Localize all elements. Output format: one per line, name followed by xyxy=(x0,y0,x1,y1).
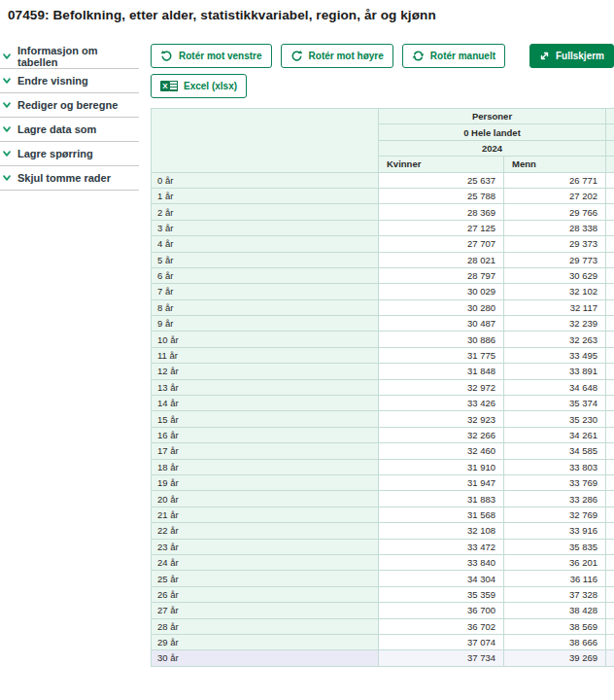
table-row: 3 år 27 125 28 338 xyxy=(152,220,614,235)
menn-value-cell: 26 771 xyxy=(504,172,606,188)
sidebar-item-label: Lagre data som xyxy=(17,123,96,135)
kvinner-value-cell: 31 947 xyxy=(379,474,504,490)
row-spacer-cell xyxy=(606,396,614,411)
sidebar-item-label: Lagre spørring xyxy=(17,148,93,159)
table-row: 21 år 31 568 32 769 xyxy=(152,507,614,522)
menn-value-cell: 38 569 xyxy=(504,618,606,634)
menn-value-cell: 34 585 xyxy=(504,443,606,459)
kvinner-value-cell: 36 702 xyxy=(379,618,504,634)
table-row: 16 år 32 266 34 261 xyxy=(152,427,614,442)
row-label-cell: 25 år xyxy=(152,571,379,586)
row-spacer-cell xyxy=(606,299,614,315)
menn-value-cell: 33 286 xyxy=(504,491,606,507)
kvinner-value-cell: 37 074 xyxy=(379,634,504,649)
menn-value-cell: 38 666 xyxy=(504,634,606,649)
table-row: 5 år 28 021 29 773 xyxy=(152,252,614,267)
chevron-down-icon xyxy=(2,124,12,134)
row-label-cell: 15 år xyxy=(152,411,379,427)
row-spacer-cell xyxy=(606,347,614,363)
table-row: 30 år 37 734 39 269 xyxy=(152,650,614,666)
row-spacer-cell xyxy=(606,634,614,649)
kvinner-value-cell: 30 886 xyxy=(379,332,504,347)
kvinner-value-cell: 33 426 xyxy=(379,396,504,411)
header-menn: Menn xyxy=(504,157,606,172)
row-spacer-cell xyxy=(606,586,614,602)
row-spacer-cell xyxy=(606,523,614,539)
header-spacer xyxy=(606,109,614,124)
header-spacer xyxy=(606,140,614,156)
fullscreen-icon xyxy=(539,51,550,61)
row-label-cell: 0 år xyxy=(152,172,379,188)
menn-value-cell: 33 495 xyxy=(504,347,606,363)
table-body: 0 år 25 637 26 771 1 år 25 788 27 202 2 … xyxy=(152,172,614,666)
table-row: 24 år 33 840 36 201 xyxy=(152,554,614,570)
row-label-cell: 16 år xyxy=(152,427,379,442)
menn-value-cell: 33 803 xyxy=(504,459,606,474)
header-spacer xyxy=(606,124,614,140)
row-label-cell: 23 år xyxy=(152,539,379,554)
row-label-cell: 28 år xyxy=(152,618,379,634)
chevron-down-icon xyxy=(2,149,12,158)
row-spacer-cell xyxy=(606,650,614,666)
menn-value-cell: 32 239 xyxy=(504,316,606,332)
header-region: 0 Hele landet xyxy=(379,124,606,140)
header-statistic: Personer xyxy=(379,109,606,124)
row-spacer-cell xyxy=(606,507,614,522)
kvinner-value-cell: 37 734 xyxy=(379,650,504,666)
rotate-left-button[interactable]: Rotér mot venstre xyxy=(151,44,272,68)
menn-value-cell: 28 338 xyxy=(504,220,606,235)
rotate-manual-icon xyxy=(412,50,425,62)
table-row: 20 år 31 883 33 286 xyxy=(152,491,614,507)
sidebar-item-informasjon-om-tabellen[interactable]: Informasjon om tabellen xyxy=(0,45,139,69)
kvinner-value-cell: 30 029 xyxy=(379,284,504,299)
data-table: Personer 0 Hele landet 2024 Kvinner Menn xyxy=(151,108,614,667)
table-row: 11 år 31 775 33 495 xyxy=(152,347,614,363)
table-row: 9 år 30 487 32 239 xyxy=(152,316,614,332)
row-label-cell: 4 år xyxy=(152,236,379,252)
row-spacer-cell xyxy=(606,267,614,283)
row-label-cell: 10 år xyxy=(152,332,379,347)
sidebar-item-lagre-sporring[interactable]: Lagre spørring xyxy=(0,142,139,166)
kvinner-value-cell: 31 910 xyxy=(379,459,504,474)
row-label-cell: 27 år xyxy=(152,603,379,618)
rotate-right-icon xyxy=(290,50,303,62)
kvinner-value-cell: 31 568 xyxy=(379,507,504,522)
table-row: 8 år 30 280 32 117 xyxy=(152,299,614,315)
menn-value-cell: 29 773 xyxy=(504,252,606,267)
table-corner-cell xyxy=(152,109,379,173)
sidebar-item-endre-visning[interactable]: Endre visning xyxy=(0,69,139,93)
row-spacer-cell xyxy=(606,332,614,347)
chevron-down-icon xyxy=(2,76,12,86)
row-label-cell: 21 år xyxy=(152,507,379,522)
row-spacer-cell xyxy=(606,252,614,267)
rotate-manual-button[interactable]: Rotér manuelt xyxy=(402,44,505,68)
menn-value-cell: 33 891 xyxy=(504,364,606,379)
row-label-cell: 3 år xyxy=(152,220,379,235)
excel-button[interactable]: X Excel (xlsx) xyxy=(151,74,247,98)
sidebar-item-skjul-tomme-rader[interactable]: Skjul tomme rader xyxy=(0,166,139,191)
kvinner-value-cell: 32 108 xyxy=(379,523,504,539)
kvinner-value-cell: 32 460 xyxy=(379,443,504,459)
menn-value-cell: 35 230 xyxy=(504,411,606,427)
kvinner-value-cell: 34 304 xyxy=(379,571,504,586)
table-row: 25 år 34 304 36 116 xyxy=(152,571,614,586)
row-label-cell: 14 år xyxy=(152,396,379,411)
row-spacer-cell xyxy=(606,571,614,586)
table-row: 0 år 25 637 26 771 xyxy=(152,172,614,188)
fullscreen-button[interactable]: Fullskjerm xyxy=(529,44,614,68)
rotate-right-button[interactable]: Rotér mot høyre xyxy=(281,44,393,68)
row-label-cell: 5 år xyxy=(152,252,379,267)
row-spacer-cell xyxy=(606,379,614,395)
row-spacer-cell xyxy=(606,411,614,427)
sidebar-item-rediger-og-beregne[interactable]: Rediger og beregne xyxy=(0,93,139,118)
row-spacer-cell xyxy=(606,443,614,459)
table-row: 7 år 30 029 32 102 xyxy=(152,284,614,299)
sidebar-item-lagre-data-som[interactable]: Lagre data som xyxy=(0,118,139,142)
sidebar: Informasjon om tabellen Endre visning Re… xyxy=(0,45,139,191)
kvinner-value-cell: 31 848 xyxy=(379,364,504,379)
row-label-cell: 13 år xyxy=(152,379,379,395)
sidebar-item-label: Skjul tomme rader xyxy=(17,172,111,184)
kvinner-value-cell: 32 972 xyxy=(379,379,504,395)
table-row: 23 år 33 472 35 835 xyxy=(152,539,614,554)
header-year: 2024 xyxy=(379,140,606,156)
